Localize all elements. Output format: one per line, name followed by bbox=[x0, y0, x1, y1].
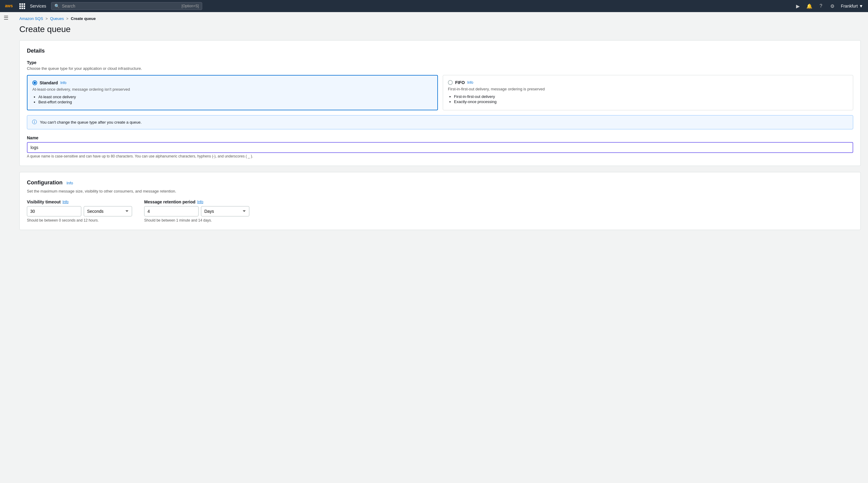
bell-icon[interactable]: 🔔 bbox=[806, 3, 812, 9]
visibility-timeout-field: Visibility timeout Info Seconds Minutes … bbox=[27, 200, 132, 222]
visibility-timeout-input[interactable] bbox=[27, 206, 81, 216]
type-options: Standard Info At-least-once delivery, me… bbox=[27, 75, 853, 110]
svg-text:aws: aws bbox=[5, 4, 13, 8]
notice-text: You can't change the queue type after yo… bbox=[40, 120, 142, 124]
terminal-icon[interactable]: ▶ bbox=[795, 3, 801, 9]
type-desc: Choose the queue type for your applicati… bbox=[27, 66, 853, 71]
region-label: Frankfurt bbox=[841, 4, 858, 8]
configuration-row: Visibility timeout Info Seconds Minutes … bbox=[27, 200, 853, 222]
region-selector[interactable]: Frankfurt ▼ bbox=[841, 4, 863, 8]
fifo-option-header: FIFO Info bbox=[448, 80, 848, 85]
name-section: Name A queue name is case-sensitive and … bbox=[27, 135, 853, 158]
retention-input-row: Minutes Hours Days bbox=[144, 206, 249, 216]
settings-icon[interactable]: ⚙ bbox=[829, 3, 835, 9]
top-navigation: aws Services 🔍 [Option+S] ▶ 🔔 ? ⚙ Frankf… bbox=[0, 0, 868, 12]
fifo-subtitle: First-in-first-out delivery, message ord… bbox=[448, 87, 848, 91]
queue-name-input[interactable] bbox=[27, 142, 853, 153]
fifo-info-link[interactable]: Info bbox=[467, 81, 473, 85]
visibility-hint: Should be between 0 seconds and 12 hours… bbox=[27, 218, 132, 222]
type-label: Type bbox=[27, 60, 853, 65]
standard-subtitle: At-least-once delivery, message ordering… bbox=[32, 87, 433, 92]
fifo-option[interactable]: FIFO Info First-in-first-out delivery, m… bbox=[443, 75, 853, 110]
nav-right: ▶ 🔔 ? ⚙ Frankfurt ▼ bbox=[795, 3, 863, 9]
page-title: Create queue bbox=[12, 23, 868, 40]
visibility-input-row: Seconds Minutes Hours bbox=[27, 206, 132, 216]
standard-bullet-2: Best-effort ordering bbox=[38, 100, 433, 104]
search-input[interactable] bbox=[62, 4, 179, 8]
visibility-timeout-unit-select[interactable]: Seconds Minutes Hours bbox=[84, 206, 132, 216]
standard-label: Standard bbox=[39, 81, 58, 85]
breadcrumb-sep-1: > bbox=[45, 17, 48, 21]
breadcrumb-queues[interactable]: Queues bbox=[50, 16, 64, 21]
queue-type-notice: ⓘ You can't change the queue type after … bbox=[27, 115, 853, 129]
help-icon[interactable]: ? bbox=[818, 3, 824, 9]
breadcrumb-sqs[interactable]: Amazon SQS bbox=[19, 16, 43, 21]
fifo-bullets: First-in-first-out delivery Exactly-once… bbox=[448, 94, 848, 104]
region-arrow: ▼ bbox=[859, 4, 863, 8]
search-icon: 🔍 bbox=[54, 4, 60, 8]
configuration-desc: Set the maximum message size, visibility… bbox=[27, 189, 853, 193]
breadcrumb-current: Create queue bbox=[71, 16, 95, 21]
configuration-title: Configuration Info bbox=[27, 180, 853, 186]
aws-logo[interactable]: aws bbox=[5, 3, 14, 9]
visibility-info-link[interactable]: Info bbox=[63, 200, 69, 204]
retention-info-link[interactable]: Info bbox=[197, 200, 204, 204]
name-label: Name bbox=[27, 135, 853, 140]
search-shortcut: [Option+S] bbox=[182, 4, 199, 8]
retention-period-label: Message retention period Info bbox=[144, 200, 249, 204]
breadcrumb-sep-2: > bbox=[66, 17, 68, 21]
main-content: Amazon SQS > Queues > Create queue Creat… bbox=[12, 12, 868, 230]
grid-menu-icon[interactable] bbox=[19, 3, 25, 9]
retention-period-field: Message retention period Info Minutes Ho… bbox=[144, 200, 249, 222]
visibility-timeout-label: Visibility timeout Info bbox=[27, 200, 132, 204]
sidebar-toggle-button[interactable]: ☰ bbox=[0, 12, 12, 24]
configuration-card: Configuration Info Set the maximum messa… bbox=[19, 172, 861, 230]
fifo-label: FIFO bbox=[455, 80, 465, 85]
fifo-bullet-1: First-in-first-out delivery bbox=[454, 94, 848, 99]
services-label: Services bbox=[30, 4, 46, 8]
name-hint: A queue name is case-sensitive and can h… bbox=[27, 154, 853, 158]
services-menu[interactable]: Services bbox=[30, 4, 46, 8]
fifo-radio[interactable] bbox=[448, 80, 453, 85]
breadcrumb: Amazon SQS > Queues > Create queue bbox=[12, 12, 868, 23]
standard-option-header: Standard Info bbox=[32, 81, 433, 85]
notice-icon: ⓘ bbox=[32, 119, 37, 125]
configuration-info-link[interactable]: Info bbox=[66, 181, 73, 185]
standard-info-link[interactable]: Info bbox=[60, 81, 66, 85]
standard-option[interactable]: Standard Info At-least-once delivery, me… bbox=[27, 75, 438, 110]
standard-bullets: At-least once delivery Best-effort order… bbox=[32, 95, 433, 104]
search-bar[interactable]: 🔍 [Option+S] bbox=[51, 2, 202, 10]
details-title: Details bbox=[27, 48, 853, 54]
standard-bullet-1: At-least once delivery bbox=[38, 95, 433, 99]
details-card: Details Type Choose the queue type for y… bbox=[19, 40, 861, 166]
retention-period-input[interactable] bbox=[144, 206, 198, 216]
retention-hint: Should be between 1 minute and 14 days. bbox=[144, 218, 249, 222]
fifo-bullet-2: Exactly-once processing bbox=[454, 99, 848, 104]
standard-radio[interactable] bbox=[32, 81, 37, 85]
retention-period-unit-select[interactable]: Minutes Hours Days bbox=[201, 206, 249, 216]
